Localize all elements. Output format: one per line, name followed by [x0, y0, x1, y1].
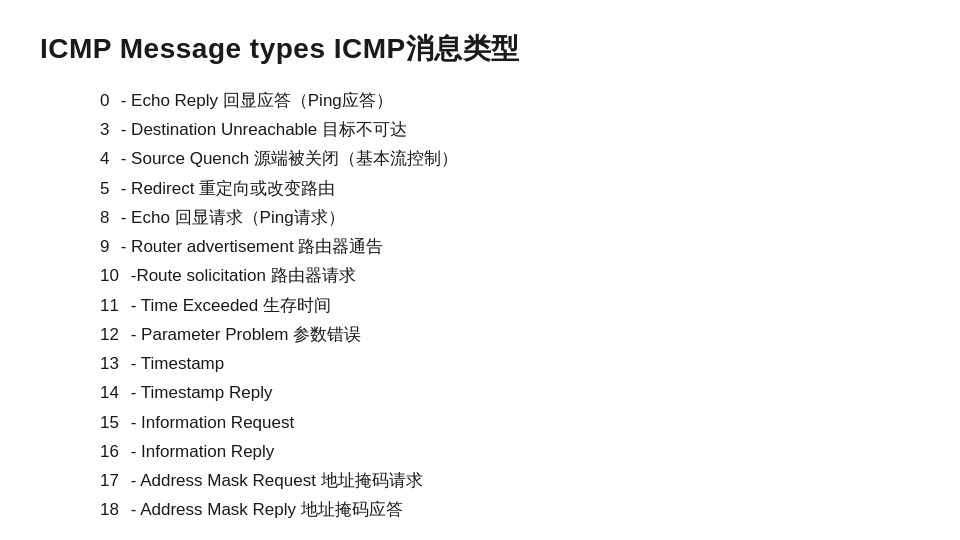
list-item: 13 - Timestamp	[100, 349, 920, 378]
list-item: 8 - Echo 回显请求（Ping请求）	[100, 203, 920, 232]
list-item: 16 - Information Reply	[100, 437, 920, 466]
list-item: 0 - Echo Reply 回显应答（Ping应答）	[100, 86, 920, 115]
list-item: 15 - Information Request	[100, 408, 920, 437]
list-item: 18 - Address Mask Reply 地址掩码应答	[100, 495, 920, 524]
message-list: 0 - Echo Reply 回显应答（Ping应答）3 - Destinati…	[40, 86, 920, 525]
list-item: 9 - Router advertisement 路由器通告	[100, 232, 920, 261]
list-item: 12 - Parameter Problem 参数错误	[100, 320, 920, 349]
page-title: ICMP Message types ICMP消息类型	[40, 30, 920, 68]
page-container: ICMP Message types ICMP消息类型 0 - Echo Rep…	[0, 0, 960, 540]
list-item: 5 - Redirect 重定向或改变路由	[100, 174, 920, 203]
list-item: 17 - Address Mask Request 地址掩码请求	[100, 466, 920, 495]
list-item: 11 - Time Exceeded 生存时间	[100, 291, 920, 320]
list-item: 14 - Timestamp Reply	[100, 378, 920, 407]
list-item: 3 - Destination Unreachable 目标不可达	[100, 115, 920, 144]
list-item: 10 -Route solicitation 路由器请求	[100, 261, 920, 290]
list-item: 4 - Source Quench 源端被关闭（基本流控制）	[100, 144, 920, 173]
